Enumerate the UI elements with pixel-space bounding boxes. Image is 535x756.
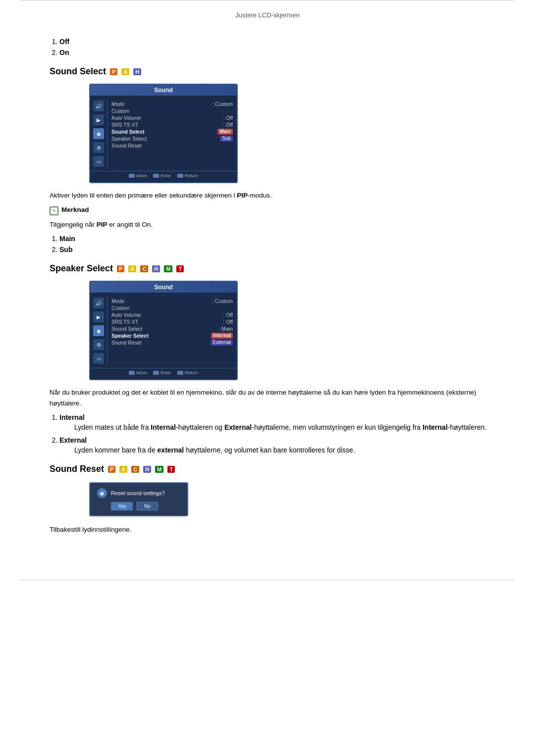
icon-sound: 🔊 <box>93 101 104 111</box>
sound-reset-description: Tilbakestill lydinnstillingene. <box>50 524 495 535</box>
reset-dialog: ◉ Reset sound settings? Yes No <box>89 482 188 516</box>
speaker-menu-content: Mode : Custom Custom Auto Volume : Off S… <box>107 296 237 366</box>
list-item-sub: Sub <box>59 246 495 253</box>
sp-icon-screen: ▭ <box>93 353 104 364</box>
sound-select-description: Aktiver lyden til enten den primære elle… <box>50 190 495 201</box>
sp-menu-row-speakerselect: Speaker Select Internal <box>111 332 233 339</box>
top-border <box>20 0 515 5</box>
sp-move-icon <box>129 371 135 375</box>
note-content: Tilgjengelig når PIP er angitt til On. <box>50 219 495 230</box>
badge-h-sound: H <box>133 68 141 75</box>
page-header: Justere LCD-skjermen <box>0 5 535 29</box>
return-icon <box>177 174 183 178</box>
badge-t-speaker: T <box>176 265 184 272</box>
page-container: Justere LCD-skjermen Off On Sound Select… <box>0 0 535 756</box>
badge-p-sound: P <box>110 68 117 75</box>
speaker-select-menu: Sound 🔊 ▶ ◉ ⚙ ▭ Mode : Custom Custom <box>89 281 238 380</box>
menu-icons: 🔊 ▶ ◉ ⚙ ▭ <box>90 99 107 169</box>
menu-content: Mode : Custom Custom Auto Volume : Off S… <box>107 99 237 169</box>
sp-menu-row-soundreset: Sound Reset External <box>111 339 233 346</box>
icon-arrow: ▶ <box>93 114 104 125</box>
sp-menu-row-srs: SRS TS XT : Off <box>111 318 233 325</box>
badge-t-reset: T <box>167 466 175 473</box>
note-box: ✎ Merknad <box>50 206 495 215</box>
icon-circle: ◉ <box>93 128 104 139</box>
list-item-main: Main <box>59 235 495 243</box>
badge-h-reset: H <box>143 466 151 473</box>
menu-row-mode: Mode : Custom <box>111 101 233 107</box>
speaker-select-heading: Speaker Select P A C H M T <box>50 263 495 274</box>
list-item-internal: Internal Lyden mates ut både fra Interna… <box>59 413 495 431</box>
speaker-menu-title: Sound <box>90 282 237 293</box>
reset-dialog-icon: ◉ <box>97 488 107 498</box>
sound-menu-body: 🔊 ▶ ◉ ⚙ ▭ Mode : Custom Custom <box>90 99 237 169</box>
sound-menu-title: Sound <box>90 85 237 96</box>
list-item-external: External Lyden kommer bare fra de extern… <box>59 436 495 454</box>
bottom-spacer <box>0 580 535 600</box>
footer-return: Return <box>177 173 198 178</box>
footer-move: Move <box>129 173 147 178</box>
move-icon <box>129 174 135 178</box>
badge-c-speaker: C <box>140 265 148 272</box>
menu-row-autovolume: Auto Volume : Off <box>111 114 233 121</box>
sp-enter-icon <box>153 371 159 375</box>
menu-row-srs: SRS TS XT : Off <box>111 121 233 128</box>
speaker-select-description: Når du bruker produktet og det er koblet… <box>50 387 495 408</box>
sp-return-icon <box>177 371 183 375</box>
sound-select-menu: Sound 🔊 ▶ ◉ ⚙ ▭ Mode : Custom Custom <box>89 84 238 183</box>
list-item-on: On <box>59 49 495 56</box>
speaker-menu-footer: Move Enter Return <box>90 368 237 375</box>
sound-reset-heading: Sound Reset P A C H M T <box>50 464 495 474</box>
menu-row-custom: Custom <box>111 107 233 114</box>
reset-dialog-buttons: Yes No <box>111 502 158 510</box>
list-off-on: Off On <box>50 38 495 56</box>
sp-icon-circle: ◉ <box>93 325 104 336</box>
badge-a-reset: A <box>119 466 127 473</box>
badge-a-speaker: A <box>128 265 136 272</box>
sp-menu-row-autovolume: Auto Volume : Off <box>111 311 233 318</box>
note-icon: ✎ <box>50 206 58 215</box>
badge-m-speaker: M <box>164 265 172 272</box>
badge-a-sound: A <box>121 68 129 75</box>
badge-p-speaker: P <box>117 265 124 272</box>
sound-select-list: Main Sub <box>50 235 495 253</box>
speaker-select-list: Internal Lyden mates ut både fra Interna… <box>50 413 495 454</box>
sp-menu-row-custom: Custom <box>111 304 233 311</box>
footer-enter: Enter <box>153 173 171 178</box>
badge-p-reset: P <box>108 466 115 473</box>
sp-menu-row-mode: Mode : Custom <box>111 298 233 304</box>
sp-icon-gear: ⚙ <box>93 339 104 350</box>
menu-footer: Move Enter Return <box>90 171 237 178</box>
internal-description: Lyden mates ut både fra Internal-høyttal… <box>59 423 495 431</box>
badge-h-speaker: H <box>152 265 160 272</box>
sp-footer-enter: Enter <box>153 370 171 375</box>
speaker-menu-icons: 🔊 ▶ ◉ ⚙ ▭ <box>90 296 107 366</box>
reset-dialog-text: Reset sound settings? <box>111 490 165 496</box>
badge-c-reset: C <box>131 466 139 473</box>
badge-m-reset: M <box>155 466 163 473</box>
speaker-menu-body: 🔊 ▶ ◉ ⚙ ▭ Mode : Custom Custom <box>90 296 237 366</box>
sp-footer-return: Return <box>177 370 198 375</box>
sp-menu-row-soundselect: Sound Select : Main <box>111 325 233 332</box>
sp-footer-move: Move <box>129 370 147 375</box>
reset-dialog-row: ◉ Reset sound settings? <box>97 488 165 498</box>
reset-yes-button[interactable]: Yes <box>111 502 133 510</box>
sound-select-heading: Sound Select P A H <box>50 66 495 77</box>
menu-row-soundreset: Sound Reset <box>111 142 233 149</box>
header-title: Justere LCD-skjermen <box>235 11 299 19</box>
external-description: Lyden kommer bare fra de external høytta… <box>59 446 495 454</box>
content-area: Off On Sound Select P A H Sound 🔊 ▶ ◉ ⚙ … <box>0 29 535 560</box>
sp-icon-sound: 🔊 <box>93 298 104 308</box>
icon-screen: ▭ <box>93 156 104 167</box>
list-item-off: Off <box>59 38 495 46</box>
reset-no-button[interactable]: No <box>137 502 158 510</box>
enter-icon <box>153 174 159 178</box>
sp-icon-arrow: ▶ <box>93 311 104 322</box>
menu-row-soundselect: Sound Select Main <box>111 128 233 135</box>
menu-row-speakerselect: Speaker Select Sub <box>111 135 233 142</box>
icon-gear: ⚙ <box>93 142 104 153</box>
